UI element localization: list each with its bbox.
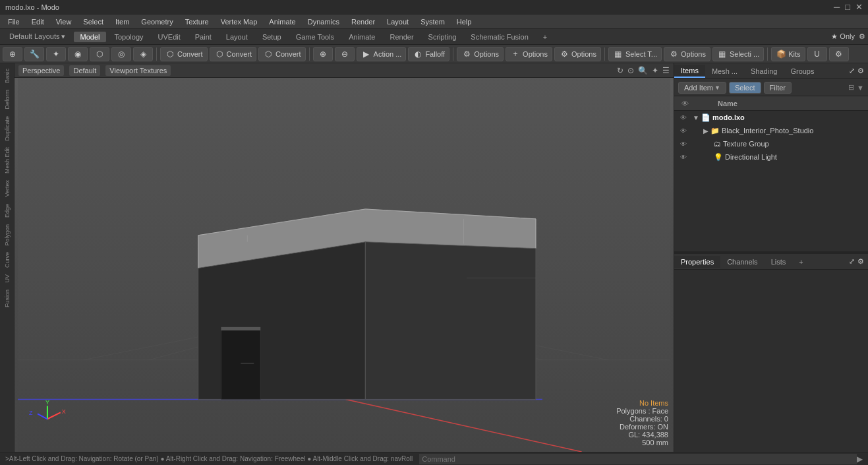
panel-settings-icon[interactable]: ⚙ — [857, 67, 864, 75]
item-expand-photo[interactable]: ▶ — [703, 127, 709, 135]
sidebar-item-mesh-edit[interactable]: Mesh Edit — [3, 144, 12, 176]
menu-select[interactable]: Select — [78, 17, 109, 26]
menu-render[interactable]: Render — [346, 17, 380, 26]
toolbar-unreal[interactable]: U — [807, 47, 827, 61]
layout-tab-scripting[interactable]: Scripting — [422, 32, 463, 42]
layout-tab-add[interactable]: + — [536, 32, 554, 42]
layout-tab-render[interactable]: Render — [383, 32, 420, 42]
sidebar-item-curve[interactable]: Curve — [3, 249, 12, 270]
viewport-tab-textures[interactable]: Viewport Textures — [105, 65, 171, 76]
item-expand-root[interactable]: ▼ — [693, 114, 699, 121]
viewport[interactable]: Perspective Default Viewport Textures ↻ … — [14, 63, 674, 452]
toolbar-select-t[interactable]: ▦ Select T... — [608, 47, 662, 61]
toolbar-icon-5[interactable]: ⬡ — [90, 47, 109, 61]
toolbar-falloff[interactable]: ◐ Falloff — [408, 47, 449, 61]
toolbar-options-3[interactable]: ⚙ Options — [554, 47, 601, 61]
menu-geometry[interactable]: Geometry — [136, 17, 178, 26]
layout-tab-paint[interactable]: Paint — [188, 32, 218, 42]
toolbar-convert-3[interactable]: ⬡ Convert — [258, 47, 306, 61]
item-row-root[interactable]: 👁 ▼ 📄 modo.lxo — [674, 111, 868, 124]
viewport-tab-perspective[interactable]: Perspective — [18, 65, 64, 76]
sidebar-item-edge[interactable]: Edge — [3, 201, 12, 220]
menu-dynamics[interactable]: Dynamics — [303, 17, 345, 26]
sidebar-item-polygon[interactable]: Polygon — [3, 222, 12, 249]
viewport-tab-default[interactable]: Default — [69, 65, 100, 76]
filter-button[interactable]: Filter — [764, 82, 792, 94]
props-settings-icon[interactable]: ⚙ — [857, 257, 864, 266]
minimize-button[interactable]: ─ — [834, 2, 840, 12]
item-eye-root[interactable]: 👁 — [677, 114, 690, 121]
layout-tab-layout[interactable]: Layout — [219, 32, 254, 42]
toolbar-icon-6[interactable]: ◎ — [111, 47, 131, 61]
panel-tab-shading[interactable]: Shading — [744, 65, 784, 77]
toolbar-settings[interactable]: ⚙ — [829, 47, 849, 61]
item-row-directional-light[interactable]: 👁 💡 Directional Light — [674, 150, 868, 164]
menu-file[interactable]: File — [3, 17, 25, 26]
viewport-shading-icon[interactable]: ✦ — [652, 66, 658, 75]
menu-view[interactable]: View — [51, 17, 77, 26]
sidebar-item-duplicate[interactable]: Duplicate — [3, 113, 12, 144]
sidebar-item-vertex[interactable]: Vertex — [3, 177, 12, 200]
sidebar-item-fusion[interactable]: Fusion — [3, 287, 12, 310]
toolbar-options-2[interactable]: + Options — [506, 47, 552, 61]
menu-item[interactable]: Item — [110, 17, 134, 26]
toolbar-selection[interactable]: ▦ Selecti ... — [712, 47, 764, 61]
sidebar-item-uv[interactable]: UV — [3, 272, 12, 286]
props-tab-add[interactable]: + — [792, 256, 809, 268]
toolbar-icon-9[interactable]: ⊖ — [335, 47, 355, 61]
menu-texture[interactable]: Texture — [180, 17, 214, 26]
add-item-button[interactable]: Add Item ▼ — [678, 82, 726, 94]
settings-icon[interactable]: ⚙ — [859, 32, 865, 41]
panel-filter-icon[interactable]: ▼ — [857, 84, 864, 92]
sidebar-item-deform[interactable]: Deform — [3, 87, 12, 112]
menu-help[interactable]: Help — [451, 17, 477, 26]
toolbar-convert-1[interactable]: ⬡ Convert — [160, 47, 208, 61]
item-row-photo-studio[interactable]: 👁 ▶ 📁 Black_Interior_Photo_Studio — [674, 124, 868, 137]
panel-expand-icon[interactable]: ⤢ — [849, 67, 855, 75]
props-tab-lists[interactable]: Lists — [765, 256, 793, 268]
maximize-button[interactable]: □ — [845, 2, 850, 12]
layout-tab-model[interactable]: Model — [74, 32, 107, 42]
menu-animate[interactable]: Animate — [264, 17, 301, 26]
toolbar-options-1[interactable]: ⚙ Options — [457, 47, 504, 61]
sidebar-item-basic[interactable]: Basic — [3, 66, 12, 86]
item-eye-texture[interactable]: 👁 — [677, 140, 690, 148]
close-button[interactable]: ✕ — [855, 2, 863, 12]
menu-edit[interactable]: Edit — [26, 17, 49, 26]
item-eye-light[interactable]: 👁 — [677, 154, 690, 161]
props-tab-channels[interactable]: Channels — [720, 256, 764, 268]
viewport-rotate-icon[interactable]: ↻ — [617, 66, 623, 75]
toolbar-icon-2[interactable]: 🔧 — [24, 47, 44, 61]
panel-tab-mesh[interactable]: Mesh ... — [705, 65, 744, 77]
window-controls[interactable]: ─ □ ✕ — [834, 2, 863, 12]
layout-tab-schematic[interactable]: Schematic Fusion — [464, 32, 535, 42]
cmd-execute-icon[interactable]: ▶ — [857, 454, 863, 464]
layout-tab-uvedit[interactable]: UVEdit — [152, 32, 187, 42]
select-button[interactable]: Select — [729, 82, 761, 94]
toolbar-icon-7[interactable]: ◈ — [133, 47, 153, 61]
toolbar-options-4[interactable]: ⚙ Options — [664, 47, 710, 61]
toolbar-convert-2[interactable]: ⬡ Convert — [210, 47, 257, 61]
toolbar-icon-1[interactable]: ⊕ — [3, 47, 22, 61]
viewport-menu-icon[interactable]: ☰ — [662, 66, 670, 75]
item-eye-photo[interactable]: 👁 — [677, 127, 690, 135]
command-input[interactable] — [419, 454, 857, 464]
panel-collapse-icon[interactable]: ⊟ — [848, 83, 854, 92]
layout-tab-animate[interactable]: Animate — [342, 32, 382, 42]
props-tab-properties[interactable]: Properties — [674, 256, 720, 268]
menu-layout[interactable]: Layout — [382, 17, 414, 26]
panel-tab-groups[interactable]: Groups — [784, 65, 821, 77]
layout-tab-game-tools[interactable]: Game Tools — [289, 32, 341, 42]
menu-system[interactable]: System — [415, 17, 450, 26]
panel-tab-items[interactable]: Items — [674, 65, 705, 78]
toolbar-icon-3[interactable]: ✦ — [46, 47, 66, 61]
item-row-texture-group[interactable]: 👁 🗂 Texture Group — [674, 137, 868, 150]
viewport-orbit-icon[interactable]: ⊙ — [627, 66, 634, 75]
layout-tab-setup[interactable]: Setup — [256, 32, 288, 42]
viewport-canvas[interactable]: X Y Z No Items Polygons : Face Channels:… — [14, 78, 674, 452]
layout-tab-topology[interactable]: Topology — [107, 32, 150, 42]
props-expand-icon[interactable]: ⤢ — [849, 257, 855, 266]
toolbar-icon-4[interactable]: ◉ — [68, 47, 88, 61]
toolbar-action[interactable]: ▶ Action ... — [357, 47, 407, 61]
viewport-zoom-icon[interactable]: 🔍 — [638, 66, 648, 75]
